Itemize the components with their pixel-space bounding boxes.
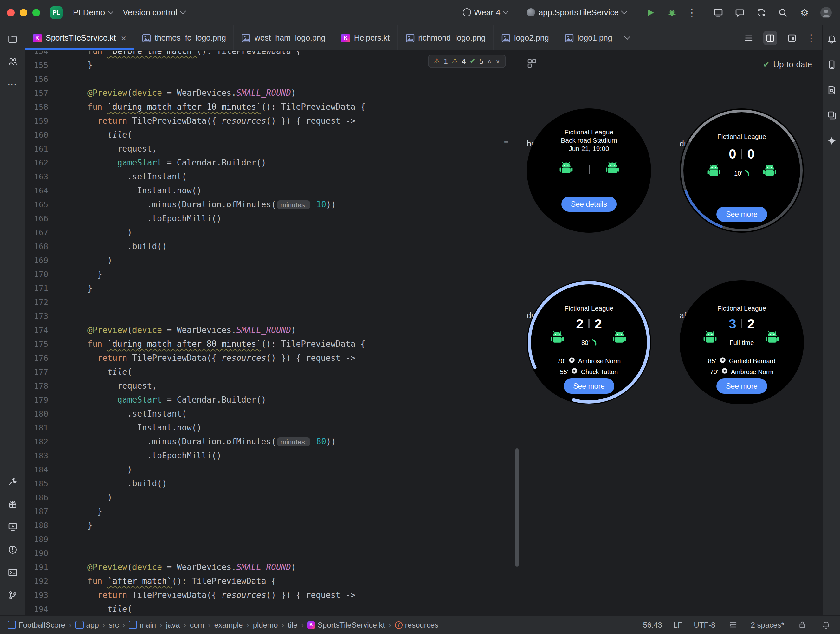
line-number[interactable]: 162 (25, 156, 48, 170)
run-button[interactable] (644, 6, 657, 19)
line-number[interactable]: 173 (25, 309, 48, 323)
device-mirror-icon[interactable] (712, 6, 725, 19)
line-number[interactable]: 193 (25, 588, 48, 602)
line-number[interactable]: 172 (25, 296, 48, 309)
line-number[interactable]: 176 (25, 351, 48, 365)
terminal-icon[interactable] (5, 566, 19, 579)
close-tab-icon[interactable]: × (121, 33, 126, 43)
line-number[interactable]: 174 (25, 323, 48, 337)
dependencies-icon[interactable] (5, 497, 19, 511)
line-number[interactable]: 177 (25, 365, 48, 379)
zoom-window-button[interactable] (32, 9, 40, 16)
breadcrumb-java[interactable]: java (166, 620, 180, 629)
line-number[interactable]: 166 (25, 212, 48, 226)
line-number[interactable]: 168 (25, 240, 48, 254)
line-number[interactable]: 182 (25, 435, 48, 449)
device-explorer-icon[interactable] (825, 84, 838, 96)
sync-icon[interactable] (755, 6, 768, 19)
split-editor-icon[interactable] (763, 31, 777, 45)
minimize-window-button[interactable] (20, 9, 27, 16)
file-encoding[interactable]: UTF-8 (694, 620, 715, 629)
preview-layout-icon[interactable] (785, 31, 799, 45)
line-separator[interactable]: LF (674, 620, 682, 629)
line-number[interactable]: 165 (25, 198, 48, 212)
breadcrumb-example[interactable]: example (214, 620, 243, 629)
line-number[interactable]: 164 (25, 184, 48, 198)
commit-icon[interactable] (5, 55, 19, 68)
line-number[interactable]: 163 (25, 170, 48, 184)
tab-themes_fc_logo.png[interactable]: themes_fc_logo.png (134, 25, 234, 50)
breadcrumb-main[interactable]: main (129, 620, 156, 629)
line-number[interactable]: 192 (25, 574, 48, 588)
lock-icon[interactable] (796, 618, 808, 631)
line-number[interactable]: 191 (25, 560, 48, 574)
project-folder-icon[interactable] (5, 32, 19, 46)
run-configuration-selector[interactable]: app.SportsTileService (522, 5, 632, 20)
line-number[interactable]: 159 (25, 114, 48, 128)
tab-richmond_logo.png[interactable]: richmond_logo.png (397, 25, 493, 50)
ai-assistant-icon[interactable] (734, 6, 746, 19)
caret-position[interactable]: 56:43 (643, 620, 662, 629)
code-editor[interactable]: 154fun `before the match`(): TilePreview… (25, 51, 520, 615)
close-window-button[interactable] (7, 9, 14, 16)
line-number[interactable]: 184 (25, 463, 48, 477)
editor-list-icon[interactable] (742, 31, 756, 45)
indent-setting[interactable]: 2 spaces* (751, 620, 784, 629)
breadcrumb-app[interactable]: app (75, 620, 99, 629)
line-number[interactable]: 157 (25, 86, 48, 100)
inlay-handle-icon[interactable]: ≡ (504, 137, 508, 146)
line-number[interactable]: 181 (25, 421, 48, 435)
settings-gear-icon[interactable]: ⚙ (798, 6, 811, 19)
line-number[interactable]: 169 (25, 254, 48, 267)
running-devices-icon[interactable] (5, 520, 19, 534)
notifications-icon[interactable] (820, 618, 832, 631)
version-control-icon[interactable] (5, 588, 19, 602)
breadcrumb-tile[interactable]: tile (288, 620, 298, 629)
breadcrumb-pldemo[interactable]: pldemo (253, 620, 278, 629)
user-avatar[interactable] (820, 6, 832, 19)
line-number[interactable]: 180 (25, 407, 48, 421)
editor-scrollbar[interactable] (515, 448, 519, 567)
breadcrumb-com[interactable]: com (190, 620, 204, 629)
line-number[interactable]: 194 (25, 602, 48, 615)
layout-inspector-icon[interactable] (825, 109, 838, 122)
tab-options-menu[interactable]: ⋮ (807, 32, 816, 43)
hidden-tabs-chevron[interactable] (620, 25, 635, 50)
breadcrumb-src[interactable]: src (109, 620, 119, 629)
line-number[interactable]: 183 (25, 449, 48, 463)
line-number[interactable]: 156 (25, 72, 48, 86)
line-number[interactable]: 175 (25, 337, 48, 351)
line-number[interactable]: 189 (25, 533, 48, 547)
line-number[interactable]: 167 (25, 226, 48, 240)
vcs-menu[interactable]: Version control (118, 5, 190, 20)
line-number[interactable]: 158 (25, 100, 48, 114)
line-number[interactable]: 178 (25, 379, 48, 393)
tab-logo2.png[interactable]: logo2.png (493, 25, 557, 50)
search-icon[interactable] (777, 6, 789, 19)
device-selector[interactable]: Wear 4 (457, 5, 513, 20)
previous-problem-chevron[interactable]: ∧ (487, 58, 492, 65)
line-number[interactable]: 160 (25, 128, 48, 142)
line-number[interactable]: 186 (25, 491, 48, 505)
line-number[interactable]: 190 (25, 547, 48, 560)
breadcrumb-resources[interactable]: fresources (395, 620, 438, 629)
problems-icon[interactable] (5, 543, 19, 557)
more-icon[interactable]: ⋯ (5, 77, 19, 91)
breadcrumb-FootballScore[interactable]: FootballScore (8, 620, 65, 629)
breadcrumb-SportsTileService.kt[interactable]: KSportsTileService.kt (308, 620, 385, 629)
line-number[interactable]: 154 (25, 51, 48, 58)
tab-Helpers.kt[interactable]: KHelpers.kt (333, 25, 398, 50)
device-manager-icon[interactable] (825, 58, 838, 71)
more-actions-menu[interactable]: ⋮ (687, 7, 697, 18)
line-number[interactable]: 188 (25, 519, 48, 533)
gemini-icon[interactable] (825, 134, 838, 147)
debug-button[interactable] (666, 6, 678, 19)
line-number[interactable]: 170 (25, 267, 48, 281)
tab-west_ham_logo.png[interactable]: west_ham_logo.png (234, 25, 333, 50)
notifications-icon[interactable] (825, 33, 838, 46)
preview-grid-icon[interactable] (527, 58, 537, 71)
line-number[interactable]: 187 (25, 505, 48, 519)
line-number[interactable]: 185 (25, 477, 48, 491)
line-number[interactable]: 155 (25, 58, 48, 72)
line-number[interactable]: 161 (25, 142, 48, 156)
